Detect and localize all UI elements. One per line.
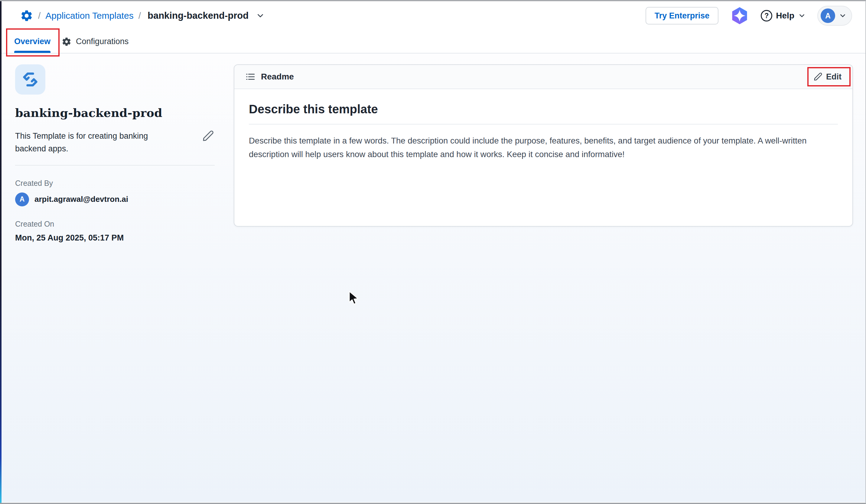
edit-readme-button[interactable]: Edit: [813, 72, 842, 82]
readme-card: Readme Edit Describe this template Descr…: [234, 64, 853, 227]
readme-list-icon: [245, 72, 256, 82]
edit-pencil-icon: [813, 72, 822, 81]
created-by-row: A arpit.agrawal@devtron.ai: [15, 193, 215, 206]
ai-sparkle-icon[interactable]: [730, 6, 749, 25]
main-content: banking-backend-prod This Template is fo…: [0, 54, 865, 502]
breadcrumb-current-template-name: banking-backend-prod: [147, 10, 248, 21]
readme-heading: Describe this template: [249, 102, 838, 116]
user-avatar: A: [821, 9, 835, 23]
edit-description-pencil-icon[interactable]: [202, 130, 214, 142]
created-on-label: Created On: [15, 220, 215, 228]
breadcrumb-separator: /: [138, 11, 141, 21]
readme-heading-divider: [249, 124, 838, 125]
breadcrumb-separator: /: [38, 11, 41, 21]
header-actions: Try Enterprise ? Help: [646, 6, 852, 26]
template-description-row: This Template is for creating banking ba…: [15, 130, 215, 155]
tab-overview-label: Overview: [14, 37, 51, 46]
created-by-label: Created By: [15, 179, 215, 188]
created-on-value: Mon, 25 Aug 2025, 05:17 PM: [15, 233, 215, 243]
tab-overview[interactable]: Overview: [14, 30, 51, 53]
top-header: / Application Templates / banking-backen…: [0, 1, 865, 30]
panel-divider: [15, 165, 215, 165]
page-tabs: Overview Configurations: [0, 30, 865, 54]
readme-card-header-left: Readme: [245, 72, 294, 82]
help-chevron-down-icon: [798, 12, 806, 20]
mouse-cursor: [348, 291, 359, 306]
readme-card-body: Describe this template Describe this tem…: [234, 89, 852, 174]
active-tab-indicator: [14, 51, 51, 53]
template-switcher-chevron-down-icon[interactable]: [256, 11, 265, 20]
left-edge-gradient: [0, 1, 1, 503]
readme-card-header: Readme Edit: [234, 65, 852, 89]
help-question-icon: ?: [761, 10, 772, 21]
help-menu[interactable]: ? Help: [761, 10, 806, 21]
template-title: banking-backend-prod: [15, 106, 215, 120]
template-logo-icon: [15, 64, 45, 94]
try-enterprise-button[interactable]: Try Enterprise: [646, 7, 719, 24]
user-menu[interactable]: A: [817, 6, 852, 26]
readme-paragraph: Describe this template in a few words. T…: [249, 134, 838, 161]
app-window: / Application Templates / banking-backen…: [0, 0, 866, 504]
user-menu-chevron-down-icon: [839, 12, 847, 20]
settings-gear-icon[interactable]: [20, 9, 33, 22]
readme-card-title: Readme: [261, 72, 294, 82]
template-info-panel: banking-backend-prod This Template is fo…: [15, 64, 215, 243]
created-by-avatar: A: [15, 193, 29, 206]
template-description: This Template is for creating banking ba…: [15, 130, 168, 155]
tab-configurations-label: Configurations: [76, 37, 129, 46]
help-label: Help: [776, 11, 794, 21]
breadcrumb: / Application Templates / banking-backen…: [20, 9, 265, 22]
edit-readme-label: Edit: [826, 72, 842, 82]
breadcrumb-link-application-templates[interactable]: Application Templates: [45, 11, 133, 21]
created-by-value: arpit.agrawal@devtron.ai: [34, 195, 128, 204]
configurations-gear-icon: [62, 36, 72, 47]
tab-configurations[interactable]: Configurations: [62, 30, 129, 53]
